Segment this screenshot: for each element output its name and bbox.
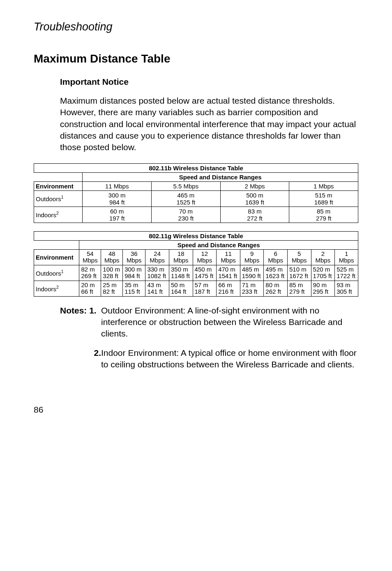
cell: 300 m984 ft xyxy=(83,190,152,207)
cell: 60 m197 ft xyxy=(83,207,152,223)
cell: 66 m216 ft xyxy=(217,281,240,296)
note-1: Notes: 1. Outdoor Environment: A line-of… xyxy=(60,305,358,340)
cell: 80 m262 ft xyxy=(264,281,288,296)
table-g-speed: 18Mbps xyxy=(169,249,193,265)
table-b-speed: 1 Mbps xyxy=(289,181,358,190)
table-g-speed: 24Mbps xyxy=(145,249,169,265)
cell: 525 m1722 ft xyxy=(335,265,358,281)
cell: 93 m305 ft xyxy=(335,281,358,296)
cell: 50 m164 ft xyxy=(169,281,193,296)
page: Troubleshooting Maximum Distance Table I… xyxy=(0,0,392,431)
cell: 515 m1689 ft xyxy=(289,190,358,207)
table-b-speed: 5.5 Mbps xyxy=(152,181,221,190)
cell: 450 m1475 ft xyxy=(193,265,217,281)
cell: 25 m82 ft xyxy=(101,281,123,296)
row-label: Outdoors1 xyxy=(34,190,83,207)
notice-body: Maximum distances posted below are actua… xyxy=(60,95,358,153)
section-heading: Troubleshooting xyxy=(34,21,358,33)
cell: 330 m1082 ft xyxy=(145,265,169,281)
cell: 43 m141 ft xyxy=(145,281,169,296)
note-text: Outdoor Environment: A line-of-sight env… xyxy=(101,305,358,340)
cell: 20 m66 ft xyxy=(79,281,101,296)
cell: 35 m115 ft xyxy=(123,281,145,296)
table-80211g: 802.11g Wireless Distance Table Speed an… xyxy=(34,231,358,297)
table-g-speed: 54Mbps xyxy=(79,249,101,265)
note-number: 2. xyxy=(60,347,101,371)
cell: 510 m1672 ft xyxy=(287,265,311,281)
note-text: Indoor Environment: A typical office or … xyxy=(101,347,358,371)
cell: 495 m1623 ft xyxy=(264,265,288,281)
cell: 57 m187 ft xyxy=(193,281,217,296)
row-label: Outdoors1 xyxy=(34,265,79,281)
table-b-speed: 11 Mbps xyxy=(83,181,152,190)
notes-label: Notes: 1. xyxy=(60,305,101,340)
table-g-speed: 11Mbps xyxy=(217,249,240,265)
table-row: Outdoors1 82 m269 ft 100 m328 ft 300 m98… xyxy=(34,265,358,281)
table-b-env-header: Environment xyxy=(34,181,83,190)
page-number: 86 xyxy=(34,405,358,415)
notes: Notes: 1. Outdoor Environment: A line-of… xyxy=(60,305,358,371)
note-2: 2. Indoor Environment: A typical office … xyxy=(60,347,358,371)
cell: 100 m328 ft xyxy=(101,265,123,281)
cell: 300 m984 ft xyxy=(123,265,145,281)
row-label: Indoors2 xyxy=(34,207,83,223)
blank-cell xyxy=(34,172,83,181)
cell: 470 m1541 ft xyxy=(217,265,240,281)
table-row: Indoors2 20 m66 ft 25 m82 ft 35 m115 ft … xyxy=(34,281,358,296)
table-g-speed: 9Mbps xyxy=(240,249,264,265)
page-title: Maximum Distance Table xyxy=(34,52,358,65)
table-b-ranges-header: Speed and Distance Ranges xyxy=(83,172,358,181)
blank-cell xyxy=(34,240,79,249)
table-row: Indoors2 60 m197 ft 70 m230 ft 83 m272 f… xyxy=(34,207,358,223)
table-g-speed: 36Mbps xyxy=(123,249,145,265)
table-g-env-header: Environment xyxy=(34,249,79,265)
cell: 83 m272 ft xyxy=(220,207,289,223)
cell: 520 m1705 ft xyxy=(311,265,335,281)
cell: 465 m1525 ft xyxy=(152,190,221,207)
table-g-speed: 5Mbps xyxy=(287,249,311,265)
table-80211b: 802.11b Wireless Distance Table Speed an… xyxy=(34,163,358,223)
table-g-title: 802.11g Wireless Distance Table xyxy=(34,231,358,240)
table-g-speed: 12Mbps xyxy=(193,249,217,265)
table-row: Outdoors1 300 m984 ft 465 m1525 ft 500 m… xyxy=(34,190,358,207)
cell: 350 m1148 ft xyxy=(169,265,193,281)
cell: 500 m1639 ft xyxy=(220,190,289,207)
table-g-speed: 6Mbps xyxy=(264,249,288,265)
table-g-speed: 1Mbps xyxy=(335,249,358,265)
table-b-title: 802.11b Wireless Distance Table xyxy=(34,163,358,172)
cell: 485 m1590 ft xyxy=(240,265,264,281)
cell: 85 m279 ft xyxy=(289,207,358,223)
cell: 70 m230 ft xyxy=(152,207,221,223)
cell: 90 m295 ft xyxy=(311,281,335,296)
table-g-speed: 2Mbps xyxy=(311,249,335,265)
row-label: Indoors2 xyxy=(34,281,79,296)
table-g-speed: 48Mbps xyxy=(101,249,123,265)
notice-heading: Important Notice xyxy=(60,77,358,87)
table-g-ranges-header: Speed and Distance Ranges xyxy=(79,240,358,249)
cell: 71 m233 ft xyxy=(240,281,264,296)
table-b-speed: 2 Mbps xyxy=(220,181,289,190)
cell: 82 m269 ft xyxy=(79,265,101,281)
cell: 85 m279 ft xyxy=(287,281,311,296)
